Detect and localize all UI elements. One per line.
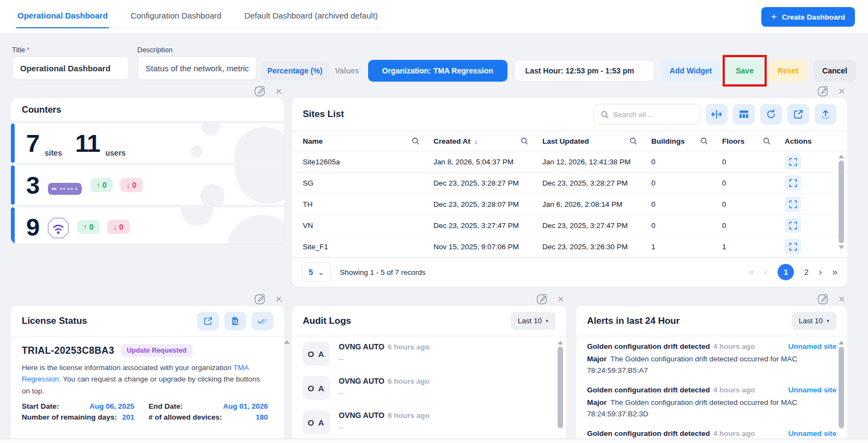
- tab-operational-dashboard[interactable]: Operational Dashboard: [16, 7, 109, 28]
- expand-site-button[interactable]: [785, 175, 801, 190]
- expand-site-button[interactable]: [785, 239, 801, 254]
- edit-widget-icon[interactable]: [254, 293, 266, 305]
- description-input[interactable]: [137, 56, 257, 80]
- sort-desc-icon[interactable]: ↓: [474, 137, 478, 145]
- edit-widget-icon[interactable]: [817, 85, 829, 97]
- alerts-scrollbar[interactable]: [838, 341, 845, 442]
- edit-widget-icon[interactable]: [254, 85, 266, 97]
- column-search-icon[interactable]: [412, 137, 419, 145]
- close-widget-icon[interactable]: ✕: [838, 295, 845, 303]
- external-link-icon: [793, 109, 804, 120]
- columns-settings-button[interactable]: [733, 104, 755, 125]
- organization-selector-button[interactable]: Organization: TMA Regression: [368, 60, 508, 82]
- table-row[interactable]: Site12605a Jan 8, 2026, 5:04:37 PM Jan 1…: [292, 151, 847, 173]
- refresh-button[interactable]: [760, 104, 782, 125]
- scroll-up-arrow[interactable]: [558, 341, 563, 344]
- reset-button[interactable]: Reset: [769, 60, 807, 82]
- save-button[interactable]: Save: [727, 60, 762, 82]
- tab-default-dashboard[interactable]: Default Dashboard (archived default): [243, 7, 379, 28]
- alert-title: Golden configuration drift detected: [587, 429, 710, 438]
- column-search-icon[interactable]: [521, 137, 528, 145]
- first-page-button[interactable]: «: [749, 267, 754, 278]
- required-asterisk: *: [27, 46, 29, 54]
- create-dashboard-button[interactable]: + Create Dashboard: [761, 7, 855, 27]
- table-row[interactable]: Site_F1 Nov 15, 2025, 9:07:06 PM Dec 23,…: [292, 236, 847, 257]
- license-scrollbar[interactable]: [283, 340, 291, 351]
- prev-page-button[interactable]: ‹: [764, 267, 767, 278]
- title-label-text: Title: [12, 46, 25, 54]
- column-search-icon[interactable]: [700, 137, 708, 145]
- alert-entry[interactable]: Golden configuration drift detected 4 ho…: [576, 380, 847, 423]
- scroll-up-arrow[interactable]: [839, 155, 844, 158]
- title-label: Title*: [12, 46, 29, 54]
- page-2-button[interactable]: 2: [804, 268, 809, 276]
- page-1-button[interactable]: 1: [778, 264, 794, 280]
- scroll-down-arrow[interactable]: [839, 245, 844, 249]
- cell-name: SG: [303, 179, 433, 187]
- time-range-selector[interactable]: Last Hour: 12:53 pm - 1:53 pm: [514, 60, 655, 82]
- alert-site-link[interactable]: Unnamed site: [788, 386, 836, 394]
- scroll-up-arrow[interactable]: [839, 341, 844, 344]
- edit-widget-icon[interactable]: [536, 293, 548, 305]
- audit-log-entry[interactable]: O A OVNG AUTO6 hours ago --: [292, 405, 566, 439]
- sites-search-input[interactable]: [613, 110, 684, 119]
- expand-site-button[interactable]: [785, 196, 801, 212]
- audit-log-entry[interactable]: O A OVNG AUTO6 hours ago --: [292, 371, 566, 405]
- license-open-external-button[interactable]: [197, 312, 219, 330]
- audit-time: 6 hours ago: [388, 343, 430, 351]
- column-search-icon[interactable]: [629, 137, 637, 145]
- sites-list-title: Sites List: [303, 109, 344, 120]
- cell-created-at: Jan 8, 2026, 5:04:37 PM: [433, 158, 542, 166]
- title-input[interactable]: [12, 56, 129, 80]
- table-scrollbar[interactable]: [838, 155, 845, 257]
- scrollbar-thumb[interactable]: [558, 347, 563, 428]
- avatar: O A: [303, 410, 330, 434]
- switches-down-count: 0: [132, 181, 137, 189]
- audit-filter-dropdown[interactable]: Last 10 ▾: [511, 312, 555, 330]
- cell-floors: 0: [722, 222, 785, 230]
- toggle-percentage[interactable]: Percentage (%): [260, 61, 329, 80]
- scroll-up-arrow[interactable]: [284, 340, 290, 344]
- license-approve-button[interactable]: [252, 312, 273, 330]
- audit-scrollbar[interactable]: [557, 341, 564, 442]
- sites-list-toolbar: [594, 104, 836, 125]
- expand-site-button[interactable]: [785, 154, 801, 169]
- alert-entry[interactable]: Golden configuration drift detected 4 ho…: [576, 423, 847, 441]
- avatar: O A: [303, 342, 330, 366]
- last-page-button[interactable]: »: [833, 267, 838, 278]
- close-widget-icon[interactable]: ✕: [275, 87, 282, 95]
- add-widget-button[interactable]: Add Widget: [661, 60, 721, 82]
- column-search-icon[interactable]: [763, 137, 771, 145]
- table-row[interactable]: TH Dec 23, 2025, 3:28:07 PM Jan 6, 2026,…: [292, 194, 847, 215]
- tab-configuration-dashboard[interactable]: Configuration Dashboard: [130, 7, 223, 28]
- alert-message: The Golden configuration drift detected …: [587, 398, 797, 418]
- plus-icon: +: [771, 11, 777, 22]
- table-row[interactable]: VN Dec 23, 2025, 3:27:47 PM Dec 23, 2025…: [292, 215, 847, 236]
- start-date-value: Aug 06, 2025: [89, 402, 135, 410]
- expand-site-button[interactable]: [785, 218, 801, 233]
- close-widget-icon[interactable]: ✕: [557, 295, 564, 303]
- next-page-button[interactable]: ›: [819, 267, 822, 278]
- toggle-values[interactable]: Values: [335, 66, 359, 75]
- table-row[interactable]: SG Dec 23, 2025, 3:28:27 PM Dec 23, 2025…: [292, 173, 847, 194]
- open-external-button[interactable]: [787, 104, 809, 125]
- alert-site-link[interactable]: Unnamed site: [788, 429, 836, 438]
- cancel-button[interactable]: Cancel: [814, 60, 856, 82]
- export-button[interactable]: [815, 104, 836, 125]
- audit-detail: --: [339, 423, 430, 432]
- distribute-columns-button[interactable]: [706, 104, 728, 125]
- alert-entry[interactable]: Golden configuration drift detected 4 ho…: [576, 336, 847, 380]
- scrollbar-thumb[interactable]: [839, 161, 844, 243]
- audit-log-entry[interactable]: O A OVNG AUTO6 hours ago --: [292, 336, 566, 371]
- end-date-value: Aug 01, 2026: [223, 402, 268, 410]
- alerts-filter-dropdown[interactable]: Last 10 ▾: [792, 312, 836, 330]
- audit-filter-label: Last 10: [518, 317, 542, 325]
- close-widget-icon[interactable]: ✕: [275, 295, 282, 303]
- alert-site-link[interactable]: Unnamed site: [788, 342, 836, 350]
- dashboard-canvas: Title* Description Percentage (%) Values…: [0, 33, 868, 439]
- edit-widget-icon[interactable]: [817, 293, 829, 305]
- page-size-select[interactable]: 5 ⌄: [302, 262, 331, 282]
- close-widget-icon[interactable]: ✕: [838, 87, 845, 95]
- scrollbar-thumb[interactable]: [839, 347, 844, 428]
- license-review-button[interactable]: [224, 312, 246, 330]
